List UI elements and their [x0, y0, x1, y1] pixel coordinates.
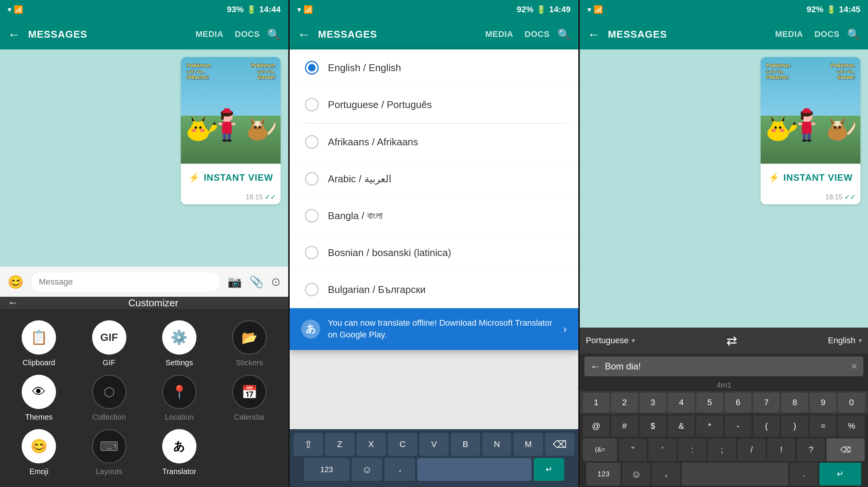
mic-button-1[interactable]: ⊙	[271, 275, 281, 288]
key-3[interactable]: 3	[640, 393, 667, 412]
customizer-item-translator[interactable]: あ Translator	[148, 429, 211, 476]
emoji-key-3[interactable]: ☺	[622, 463, 650, 485]
pokemon-characters-1	[181, 57, 281, 164]
stickers-label: Stickers	[236, 358, 263, 367]
enter-key-2[interactable]: ↵	[534, 458, 564, 481]
stickers-icon-circle: 📂	[232, 320, 266, 355]
swap-languages-btn[interactable]: ⇄	[643, 333, 820, 348]
customizer-item-themes[interactable]: 👁 Themes	[8, 375, 70, 422]
customizer-grid: 📋 Clipboard GIF GIF ⚙️ Settings 📂 Sticke…	[0, 309, 288, 487]
key-9[interactable]: 9	[810, 393, 837, 412]
key-c[interactable]: C	[388, 433, 417, 456]
backspace-key-2[interactable]: ⌫	[545, 433, 574, 456]
key-star[interactable]: *	[696, 415, 723, 437]
media-tab-1[interactable]: MEDIA	[195, 29, 223, 39]
key-5[interactable]: 5	[696, 393, 723, 412]
num-switch-3[interactable]: 123	[586, 463, 621, 485]
docs-tab-2[interactable]: DOCS	[525, 29, 550, 39]
shift-key-2[interactable]: ⇧	[294, 433, 323, 456]
language-item-arabic[interactable]: Arabic / العربية	[290, 161, 578, 197]
comma-key-2[interactable]: ،	[385, 458, 415, 481]
key-m[interactable]: M	[514, 433, 543, 456]
attach-button-1[interactable]: 📎	[249, 275, 263, 288]
key-colon[interactable]: :	[678, 438, 706, 461]
key-dollar[interactable]: $	[640, 415, 667, 437]
back-button-3[interactable]: ←	[587, 27, 600, 42]
language-item-bulgarian[interactable]: Bulgarian / Български	[290, 271, 578, 308]
customizer-back-btn[interactable]: ←	[8, 297, 18, 309]
enter-key-3[interactable]: ↵	[819, 463, 861, 485]
key-1[interactable]: 1	[583, 393, 610, 412]
instant-view-btn-1[interactable]: ⚡ INSTANT VIEW	[181, 164, 281, 191]
key-parens[interactable]: (&=	[583, 438, 617, 461]
key-hash[interactable]: #	[611, 415, 638, 437]
customizer-title: Customizer	[26, 297, 281, 309]
docs-tab-3[interactable]: DOCS	[814, 29, 839, 39]
camera-button-1[interactable]: 📷	[228, 275, 242, 288]
customizer-item-calendar[interactable]: 📅 Calendar	[218, 375, 281, 422]
search-icon-1[interactable]: 🔍	[267, 28, 281, 41]
media-tab-3[interactable]: MEDIA	[775, 29, 803, 39]
translate-offline-banner[interactable]: あ You can now translate offline! Downloa…	[290, 308, 578, 350]
customizer-item-stickers[interactable]: 📂 Stickers	[218, 320, 281, 367]
key-at[interactable]: @	[583, 415, 610, 437]
key-equals[interactable]: =	[810, 415, 837, 437]
language-item-english[interactable]: English / English	[290, 49, 578, 86]
key-lparen[interactable]: (	[753, 415, 780, 437]
language-item-portuguese[interactable]: Portuguese / Português	[290, 86, 578, 123]
source-language-selector[interactable]: Portuguese ▾	[586, 336, 635, 345]
key-quote[interactable]: "	[619, 438, 647, 461]
emoji-key-2[interactable]: ☺	[352, 458, 382, 481]
key-slash[interactable]: /	[737, 438, 766, 461]
customizer-item-location[interactable]: 📍 Location	[148, 375, 211, 422]
space-key-3[interactable]	[681, 463, 788, 485]
language-item-afrikaans[interactable]: Afrikaans / Afrikaans	[290, 124, 578, 161]
customizer-item-layouts[interactable]: ⌨ Layouts	[78, 429, 140, 476]
key-8[interactable]: 8	[781, 393, 808, 412]
key-0[interactable]: 0	[838, 393, 865, 412]
message-input-field-1[interactable]	[31, 272, 220, 291]
translator-clear-btn[interactable]: ×	[851, 360, 857, 372]
key-rparen[interactable]: )	[781, 415, 808, 437]
key-2[interactable]: 2	[611, 393, 638, 412]
customizer-item-emoji[interactable]: 😊 Emoji	[8, 429, 70, 476]
key-z[interactable]: Z	[325, 433, 354, 456]
key-quest[interactable]: ?	[797, 438, 825, 461]
back-button-2[interactable]: ←	[297, 27, 310, 42]
key-6[interactable]: 6	[724, 393, 752, 412]
search-icon-2[interactable]: 🔍	[557, 28, 571, 41]
key-minus[interactable]: -	[724, 415, 752, 437]
language-item-bosnian[interactable]: Bosnian / bosanski (latinica)	[290, 234, 578, 271]
period-key-3[interactable]: .	[790, 463, 818, 485]
num-switch-key-2[interactable]: 123	[304, 458, 349, 481]
key-7[interactable]: 7	[753, 393, 780, 412]
customizer-item-gif[interactable]: GIF GIF	[78, 320, 140, 367]
del-key-3[interactable]: ⌫	[827, 438, 865, 461]
back-button-1[interactable]: ←	[8, 27, 21, 42]
translator-back-icon[interactable]: ←	[590, 361, 600, 372]
key-b[interactable]: B	[451, 433, 480, 456]
key-apos[interactable]: '	[648, 438, 677, 461]
media-tab-2[interactable]: MEDIA	[485, 29, 513, 39]
key-amp[interactable]: &	[668, 415, 695, 437]
svg-point-30	[254, 126, 257, 129]
target-language-selector[interactable]: English ▾	[828, 336, 862, 345]
customizer-item-clipboard[interactable]: 📋 Clipboard	[8, 320, 70, 367]
space-key-2[interactable]	[417, 458, 531, 481]
docs-tab-1[interactable]: DOCS	[235, 29, 260, 39]
key-percent[interactable]: %	[838, 415, 865, 437]
customizer-item-settings[interactable]: ⚙️ Settings	[148, 320, 211, 367]
emoji-button-1[interactable]: 😊	[8, 274, 24, 290]
language-item-bangla[interactable]: Bangla / বাংলা	[290, 197, 578, 234]
instant-view-btn-3[interactable]: ⚡ INSTANT VIEW	[761, 164, 860, 191]
comma-key-3[interactable]: ،	[652, 463, 680, 485]
key-v[interactable]: V	[420, 433, 449, 456]
key-4[interactable]: 4	[668, 393, 695, 412]
key-excl[interactable]: !	[767, 438, 795, 461]
customizer-item-collection[interactable]: ⬡ Collection	[78, 375, 140, 422]
message-time-3: 18:15 ✓✓	[761, 191, 860, 204]
search-icon-3[interactable]: 🔍	[847, 28, 860, 41]
key-semi[interactable]: ;	[708, 438, 736, 461]
key-x[interactable]: X	[357, 433, 386, 456]
key-n[interactable]: N	[482, 433, 512, 456]
